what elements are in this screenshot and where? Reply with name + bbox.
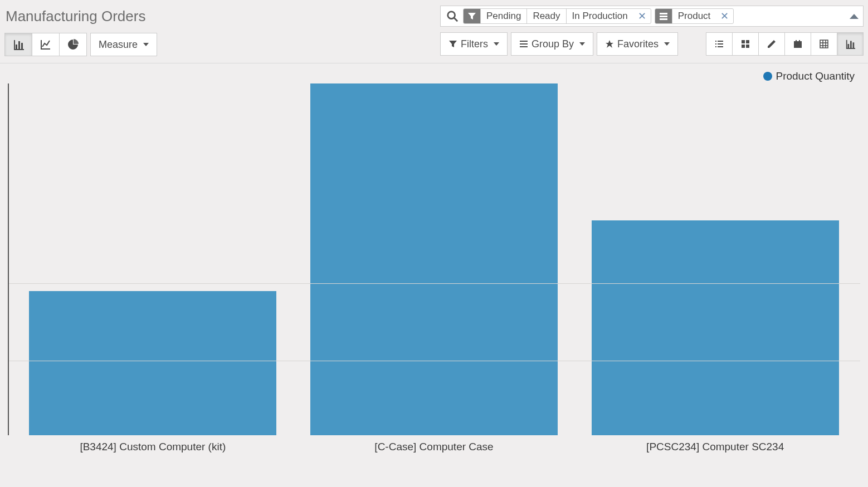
svg-line-1 [454,18,457,21]
chart-wrapper: Product Quantity [B3424] Custom Computer… [0,63,868,462]
facet-value: Product [672,9,716,23]
control-panel-left: Manufacturing Orders [4,6,157,63]
x-axis-labels: [B3424] Custom Computer (kit)[C-Case] Co… [12,435,856,462]
groupby-icon [655,9,672,23]
pie-chart-icon [67,39,79,50]
form-view-button[interactable] [758,32,784,56]
bar-chart-icon [845,39,855,49]
facet-value: Pending [480,9,526,23]
legend-label: Product Quantity [776,70,855,82]
caret-down-icon [143,43,149,46]
groupby-label: Group By [531,39,574,49]
list-icon [714,39,724,49]
grid-line [9,361,860,361]
x-axis-label: [PCSC234] Computer SC234 [574,435,856,462]
list-view-button[interactable] [706,32,732,56]
filter-icon [448,40,457,48]
groupby-button[interactable]: Group By [511,32,593,56]
pie-chart-button[interactable] [59,33,87,56]
bar-chart-icon [13,39,24,50]
chart-legend: Product Quantity [3,67,865,83]
kanban-icon [740,39,750,49]
page-title: Manufacturing Orders [6,8,157,25]
facet-value: In Production [566,9,633,23]
caret-down-icon [664,42,670,46]
filters-button[interactable]: Filters [440,32,508,56]
x-axis-label: [C-Case] Computer Case [294,435,575,462]
bar-slot [294,83,575,435]
edit-icon [767,39,777,49]
facet-remove-button[interactable]: ✕ [633,9,651,23]
line-chart-icon [40,39,51,50]
x-axis-label: [B3424] Custom Computer (kit) [12,435,294,462]
filters-label: Filters [461,39,488,49]
calendar-icon [793,39,803,49]
control-panel-right: Pending Ready In Production ✕ Product ✕ [440,6,864,56]
caret-down-icon [579,42,585,46]
bar-slot [12,83,294,435]
groupby-facet: Product ✕ [655,8,734,24]
filter-icon [464,9,480,23]
pivot-view-button[interactable] [811,32,837,56]
view-switcher [706,32,864,56]
facet-value: Ready [526,9,565,23]
star-icon [605,40,614,48]
graph-view-button[interactable] [837,32,864,56]
control-panel: Manufacturing Orders [0,0,868,63]
bar-slot [574,83,856,435]
search-icon [446,10,459,22]
bars-icon [519,40,528,48]
facet-remove-button[interactable]: ✕ [716,9,733,23]
calendar-view-button[interactable] [784,32,811,56]
legend-dot-icon [763,72,772,81]
measure-label: Measure [99,40,138,50]
measure-button[interactable]: Measure [90,33,157,56]
chart-toolbar: Measure [4,33,157,56]
bars-container [12,83,856,435]
table-icon [819,39,829,49]
bar[interactable] [29,291,276,435]
caret-down-icon [494,42,499,46]
line-chart-button[interactable] [32,33,59,56]
search-input[interactable] [737,11,850,21]
filter-facet: Pending Ready In Production ✕ [463,8,651,24]
favorites-button[interactable]: Favorites [597,32,678,56]
chart-area: [B3424] Custom Computer (kit)[C-Case] Co… [8,83,860,462]
favorites-label: Favorites [617,39,659,49]
search-options-toggle[interactable] [850,14,859,19]
bar[interactable] [310,83,558,435]
chart-type-group [4,33,87,56]
bar[interactable] [592,220,839,435]
search-bar[interactable]: Pending Ready In Production ✕ Product ✕ [440,6,864,27]
y-axis [8,83,9,435]
bottom-controls: Filters Group By Favorites [440,32,864,56]
svg-point-0 [448,12,455,19]
grid-line [9,283,860,284]
kanban-view-button[interactable] [732,32,758,56]
bar-chart-button[interactable] [4,33,32,56]
